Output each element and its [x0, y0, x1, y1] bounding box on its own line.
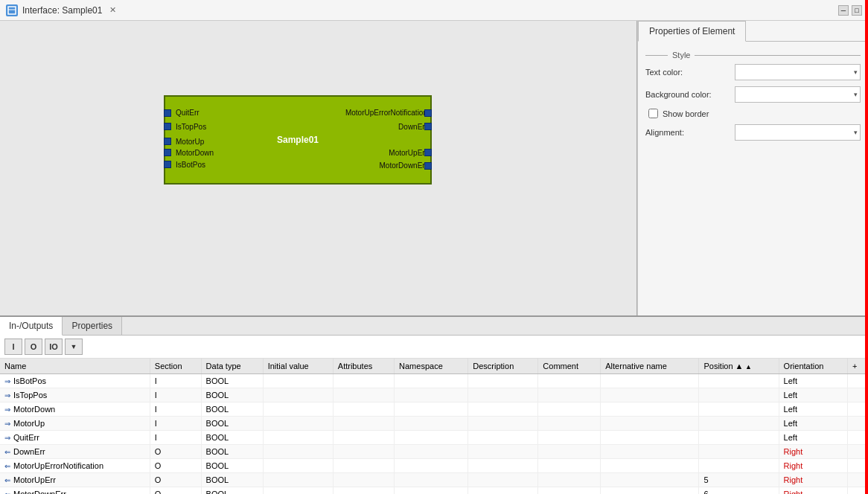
- table-row[interactable]: ⇒ IsBotPos I BOOL Left: [0, 374, 868, 388]
- cell-position: [699, 402, 779, 417]
- table-row[interactable]: ⇐ DownErr O BOOL Right: [0, 445, 868, 459]
- cell-datatype: BOOL: [201, 473, 263, 487]
- cell-datatype: BOOL: [201, 402, 263, 417]
- port-motoruperrornotification: MotorUpErrorNotification: [264, 109, 427, 117]
- cell-orientation: Left: [779, 402, 847, 417]
- cell-description: [468, 402, 538, 417]
- cell-orientation: Right: [779, 445, 847, 459]
- cell-attributes: [333, 445, 394, 459]
- canvas-area[interactable]: QuitErr IsTopPos MotorUp MotorDown IsBot…: [0, 21, 637, 315]
- tab-inout[interactable]: In-/Outputs: [0, 317, 63, 336]
- maximize-button[interactable]: □: [852, 5, 862, 16]
- alignment-select[interactable]: [735, 124, 861, 141]
- cell-datatype: BOOL: [201, 487, 263, 495]
- text-color-select[interactable]: [735, 64, 861, 80]
- table-row[interactable]: ⇒ QuitErr I BOOL Left: [0, 431, 868, 445]
- table-header: Name Section Data type Initial value Att…: [0, 359, 868, 374]
- minimize-button[interactable]: ─: [838, 5, 849, 16]
- cell-initial: [263, 417, 333, 431]
- col-orientation[interactable]: Orientation: [779, 359, 847, 374]
- port-dot-quiterr: [164, 109, 171, 117]
- col-namespace[interactable]: Namespace: [395, 359, 468, 374]
- cell-initial: [263, 431, 333, 445]
- tab-properties[interactable]: Properties: [63, 317, 122, 335]
- cell-comment: [538, 374, 601, 388]
- cell-altname: [601, 459, 699, 473]
- cell-orientation: Left: [779, 374, 847, 388]
- cell-name: ⇐ DownErr: [0, 445, 150, 459]
- cell-namespace: [395, 473, 468, 487]
- window-title: Interface: Sample01: [22, 5, 102, 16]
- table-row[interactable]: ⇐ MotorUpErrorNotification O BOOL Right: [0, 459, 868, 473]
- port-motoruperr: MotorUpErr: [353, 149, 427, 157]
- cell-name: ⇒ QuitErr: [0, 431, 150, 445]
- filter-inout-btn[interactable]: IO: [45, 339, 63, 355]
- cell-initial: [263, 374, 333, 388]
- col-attributes[interactable]: Attributes: [333, 359, 394, 374]
- table-row[interactable]: ⇒ MotorUp I BOOL Left: [0, 417, 868, 431]
- cell-section: O: [150, 459, 201, 473]
- cell-datatype: BOOL: [201, 417, 263, 431]
- close-tab-button[interactable]: ✕: [109, 5, 116, 15]
- cell-altname: [601, 487, 699, 495]
- cell-attributes: [333, 473, 394, 487]
- cell-comment: [538, 417, 601, 431]
- cell-namespace: [395, 431, 468, 445]
- col-altname[interactable]: Alternative name: [601, 359, 699, 374]
- cell-comment: [538, 459, 601, 473]
- cell-name: ⇒ IsTopPos: [0, 388, 150, 402]
- table-row[interactable]: ⇐ MotorDownErr O BOOL 6 Right: [0, 487, 868, 495]
- cell-position: [699, 431, 779, 445]
- fb-block[interactable]: QuitErr IsTopPos MotorUp MotorDown IsBot…: [164, 95, 432, 185]
- cell-datatype: BOOL: [201, 445, 263, 459]
- cell-position: [699, 445, 779, 459]
- cell-orientation: Left: [779, 388, 847, 402]
- cell-position: 6: [699, 487, 779, 495]
- cell-name: ⇐ MotorUpErrorNotification: [0, 459, 150, 473]
- table-row[interactable]: ⇒ IsTopPos I BOOL Left: [0, 388, 868, 402]
- cell-namespace: [395, 459, 468, 473]
- bg-color-wrapper: ▾: [735, 86, 861, 103]
- port-dot-motoruperr: [424, 149, 432, 156]
- filter-input-btn[interactable]: I: [4, 339, 22, 355]
- bg-color-row: Background color: ▾: [645, 86, 861, 103]
- col-position[interactable]: Position ▲: [699, 359, 779, 374]
- port-dot-motordown: [164, 149, 171, 156]
- cell-datatype: BOOL: [201, 431, 263, 445]
- red-indicator: [865, 0, 868, 494]
- cell-initial: [263, 487, 333, 495]
- cell-orientation: Left: [779, 431, 847, 445]
- cell-namespace: [395, 445, 468, 459]
- alignment-wrapper: ▾: [735, 124, 861, 141]
- port-dot-downerr: [424, 123, 432, 130]
- filter-output-btn[interactable]: O: [25, 339, 42, 355]
- cell-altname: [601, 431, 699, 445]
- table-container[interactable]: Name Section Data type Initial value Att…: [0, 359, 868, 494]
- cell-position: [699, 374, 779, 388]
- table-row[interactable]: ⇐ MotorUpErr O BOOL 5 Right: [0, 473, 868, 487]
- bg-color-select[interactable]: [735, 86, 861, 103]
- cell-section: O: [150, 487, 201, 495]
- col-description[interactable]: Description: [468, 359, 538, 374]
- cell-initial: [263, 388, 333, 402]
- cell-namespace: [395, 402, 468, 417]
- table-row[interactable]: ⇒ MotorDown I BOOL Left: [0, 402, 868, 417]
- port-motorup: MotorUp: [168, 138, 204, 146]
- filter-btn[interactable]: ▼: [65, 339, 83, 355]
- cell-initial: [263, 459, 333, 473]
- content-area: QuitErr IsTopPos MotorUp MotorDown IsBot…: [0, 21, 868, 315]
- cell-position: [699, 459, 779, 473]
- cell-description: [468, 388, 538, 402]
- cell-orientation: Right: [779, 459, 847, 473]
- col-initial[interactable]: Initial value: [263, 359, 333, 374]
- show-border-checkbox[interactable]: [648, 109, 658, 118]
- fb-title: Sample01: [277, 135, 319, 145]
- props-tab-element[interactable]: Properties of Element: [638, 21, 746, 42]
- properties-panel: Properties of Element Style Text color: …: [637, 21, 868, 315]
- port-dot-motoruperrornotification: [424, 109, 432, 117]
- col-comment[interactable]: Comment: [538, 359, 601, 374]
- col-name[interactable]: Name: [0, 359, 150, 374]
- port-motordownerr: MotorDownErr: [345, 161, 427, 170]
- col-datatype[interactable]: Data type: [201, 359, 263, 374]
- col-section[interactable]: Section: [150, 359, 201, 374]
